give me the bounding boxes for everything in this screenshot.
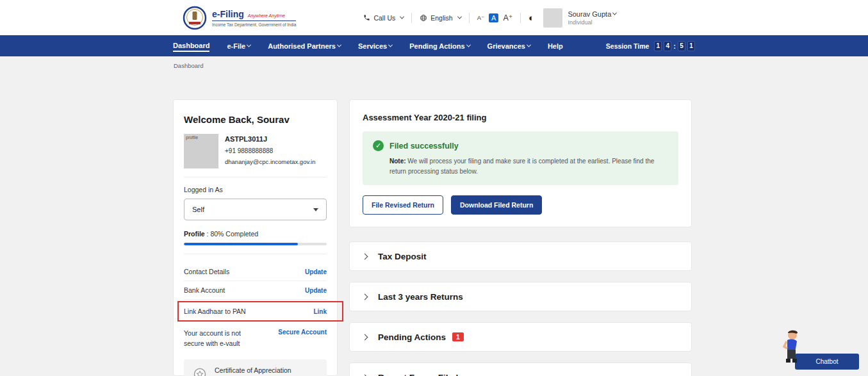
accordion-pending-actions[interactable]: Pending Actions 1: [349, 322, 692, 352]
contact-details-update-link[interactable]: Update: [305, 268, 327, 275]
nav-item-efile[interactable]: e-File: [227, 35, 250, 56]
filing-status-row: ✓ Filed successfully: [373, 140, 668, 151]
chevron-down-icon: [337, 43, 341, 47]
phone-number: +91 9888888888: [225, 147, 316, 154]
phone-icon: [363, 14, 370, 21]
annotation-highlight-box: Link Aadhaar to PAN Link: [177, 301, 343, 322]
nav-item-authorised-partners[interactable]: Authorised Partners: [268, 35, 341, 56]
language-menu[interactable]: English: [420, 14, 461, 22]
certificate-text: Certificate of Appreciation View Certifi…: [215, 366, 291, 376]
top-header: e-Filing Anywhere Anytime Income Tax Dep…: [0, 0, 868, 35]
select-caret-icon: [313, 208, 318, 211]
certificate-box: Certificate of Appreciation View Certifi…: [184, 359, 327, 376]
nav-item-dashboard[interactable]: Dashboard: [173, 35, 209, 56]
welcome-card: Welcome Back, Sourav profile ASTPL3011J …: [173, 99, 338, 376]
welcome-title: Welcome Back, Sourav: [184, 114, 327, 125]
profile-photo-alt: profile: [186, 135, 198, 140]
accordion-tax-deposit[interactable]: Tax Deposit: [349, 241, 692, 271]
filing-card-title: Assessment Year 2020-21 filing: [363, 113, 678, 122]
session-timer-label: Session Time: [606, 42, 650, 50]
chevron-down-icon: [612, 11, 617, 15]
download-filed-return-button[interactable]: Download Filed Return: [451, 195, 542, 215]
contact-details-row: Contact Details Update: [184, 263, 327, 281]
note-text: We will process your filing and make sur…: [389, 158, 654, 175]
filing-actions: File Revised Return Download Filed Retur…: [363, 195, 678, 215]
font-size-controls: A⁻ A A⁺: [477, 13, 513, 22]
session-digit: 1: [687, 41, 695, 51]
filing-success-box: ✓ Filed successfully Note: We will proce…: [363, 131, 678, 185]
dark-mode-toggle-icon[interactable]: ◐: [528, 13, 534, 22]
page: e-Filing Anywhere Anytime Income Tax Dep…: [0, 0, 868, 376]
chatbot-label: Chatbot: [815, 358, 838, 365]
success-check-icon: ✓: [373, 140, 384, 151]
font-increase-button[interactable]: A⁺: [503, 13, 512, 22]
accordion-recent-forms-filed[interactable]: Recent Forms Filed: [349, 363, 692, 376]
profile-progress-fill: [184, 243, 298, 245]
app-logo: e-Filing Anywhere Anytime Income Tax Dep…: [183, 6, 296, 30]
logged-in-as-value: Self: [192, 206, 204, 213]
chevron-down-icon: [400, 15, 404, 19]
font-decrease-button[interactable]: A⁻: [477, 14, 484, 21]
nav-item-help[interactable]: Help: [548, 35, 563, 56]
nav-item-grievances[interactable]: Grievances: [487, 35, 530, 56]
globe-icon: [420, 14, 427, 22]
session-timer: Session Time 1 4 : 5 1: [606, 41, 695, 51]
language-label: English: [430, 14, 452, 22]
chevron-down-icon: [388, 43, 393, 47]
brand-tagline: Anywhere Anytime: [248, 13, 285, 18]
medal-icon: [192, 367, 208, 376]
profile-completion-text: Profile : 80% Completed: [184, 230, 327, 238]
divider: [184, 177, 327, 177]
font-normal-button[interactable]: A: [489, 13, 498, 22]
link-aadhaar-link[interactable]: Link: [313, 308, 327, 315]
session-digit: 1: [654, 41, 662, 51]
logged-in-as-label: Logged in As: [184, 186, 327, 193]
user-menu[interactable]: Sourav Gupta Individual: [543, 8, 616, 28]
evault-label: Your account is not secure with e-vault: [184, 329, 259, 349]
file-revised-return-button[interactable]: File Revised Return: [363, 195, 443, 215]
bank-account-label: Bank Account: [184, 286, 225, 294]
chevron-down-icon: [247, 43, 251, 47]
nav-item-services[interactable]: Services: [358, 35, 392, 56]
main-nav: Dashboard e-File Authorised Partners Ser…: [0, 35, 868, 56]
accordion-last-3-years-returns[interactable]: Last 3 years Returns: [349, 282, 692, 311]
bank-account-update-link[interactable]: Update: [305, 287, 327, 294]
filing-card: Assessment Year 2020-21 filing ✓ Filed s…: [349, 99, 692, 227]
filing-note: Note: We will process your filing and ma…: [389, 156, 668, 176]
divider: [469, 13, 470, 23]
call-us-label: Call Us: [373, 14, 395, 22]
session-digit: 4: [664, 41, 671, 51]
accordion-title: Pending Actions: [378, 332, 446, 342]
user-name: Sourav Gupta: [568, 10, 611, 18]
profile-photo: profile: [184, 134, 218, 168]
session-digit: 5: [678, 41, 685, 51]
chevron-down-icon: [457, 15, 462, 19]
pending-actions-badge: 1: [452, 332, 464, 341]
user-role: Individual: [568, 19, 616, 26]
logged-in-as-select[interactable]: Self: [184, 199, 327, 220]
divider: [184, 254, 327, 254]
chatbot-avatar-icon: [778, 329, 804, 364]
chevron-down-icon: [466, 43, 471, 47]
brand-title: e-Filing: [212, 9, 244, 19]
certificate-title: Certificate of Appreciation: [215, 366, 291, 374]
chevron-down-icon: [527, 43, 531, 47]
avatar: [543, 8, 562, 28]
link-aadhaar-label: Link Aadhaar to PAN: [184, 307, 246, 315]
nav-item-pending-actions[interactable]: Pending Actions: [409, 35, 470, 56]
pan-number: ASTPL3011J: [225, 135, 316, 143]
chevron-right-icon: [362, 334, 368, 340]
chatbot-button[interactable]: Chatbot: [795, 354, 859, 370]
bank-account-row: Bank Account Update: [184, 281, 327, 300]
call-us-menu[interactable]: Call Us: [363, 14, 404, 22]
note-label: Note:: [389, 158, 406, 165]
session-colon: :: [673, 42, 676, 50]
accordion-title: Last 3 years Returns: [378, 292, 463, 302]
evault-row: Your account is not secure with e-vault …: [184, 323, 327, 354]
breadcrumb: Dashboard: [174, 62, 203, 69]
divider: [411, 13, 412, 23]
accordion-title: Tax Deposit: [378, 252, 427, 261]
secure-account-link[interactable]: Secure Account: [278, 329, 327, 336]
chatbot-widget[interactable]: Chatbot: [795, 354, 859, 370]
header-actions: Call Us English A⁻ A A⁺ ◐: [363, 8, 616, 28]
